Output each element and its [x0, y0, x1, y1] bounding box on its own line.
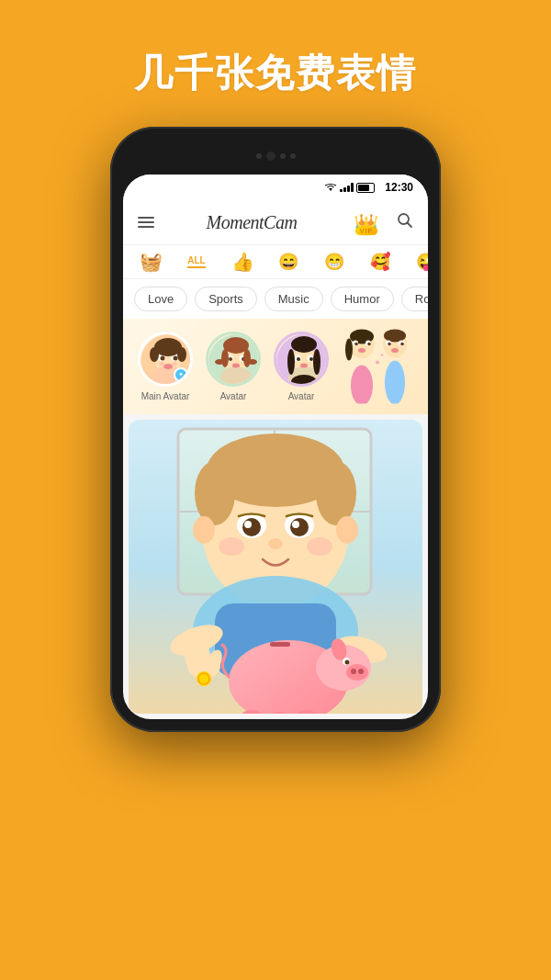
face-icon: 😄: [278, 253, 298, 270]
svg-point-58: [376, 361, 379, 365]
chip-music[interactable]: Music: [264, 287, 323, 311]
svg-point-74: [290, 518, 309, 536]
chip-sports[interactable]: Sports: [195, 287, 257, 311]
svg-point-51: [384, 330, 406, 343]
svg-point-39: [313, 349, 320, 375]
avatar-item-2[interactable]: Avatar: [206, 332, 261, 401]
battery-icon: [356, 183, 375, 193]
svg-point-34: [297, 357, 300, 361]
main-avatar-badge: ✦: [174, 367, 188, 382]
avatar-face-3: [276, 334, 329, 387]
avatar-label-main: Main Avatar: [141, 391, 190, 401]
couple-illustration[interactable]: [336, 326, 419, 408]
svg-point-75: [244, 521, 252, 528]
svg-point-38: [287, 349, 295, 375]
svg-point-28: [248, 359, 257, 365]
hamburger-line-1: [138, 217, 154, 219]
hamburger-line-2: [138, 221, 154, 223]
svg-point-77: [219, 537, 244, 556]
svg-point-93: [351, 669, 356, 674]
phone-wrapper: 12:30 MomentCam 👑 VIP: [0, 127, 551, 732]
content-card[interactable]: [129, 420, 422, 714]
tab-laugh[interactable]: 😁: [318, 253, 351, 270]
avatar-item-3[interactable]: Avatar: [274, 332, 329, 401]
svg-point-76: [292, 521, 299, 528]
svg-point-78: [307, 537, 332, 556]
camera-lens: [266, 152, 276, 161]
svg-point-49: [358, 348, 365, 353]
heart-icon: 🥰: [370, 253, 390, 270]
signal-icon: [340, 183, 354, 192]
app-header: MomentCam 👑 VIP: [123, 200, 428, 245]
svg-point-9: [174, 356, 178, 361]
tab-all[interactable]: ALL: [180, 255, 213, 268]
piggy-scene-svg: [129, 420, 422, 714]
phone-device: 12:30 MomentCam 👑 VIP: [110, 127, 441, 732]
hamburger-line-3: [138, 226, 154, 228]
svg-point-73: [242, 518, 261, 536]
svg-point-56: [400, 343, 404, 346]
svg-point-10: [163, 364, 173, 369]
avatar-circle-main: ✦: [138, 332, 193, 387]
svg-line-2: [407, 222, 411, 227]
svg-point-11: [159, 362, 164, 366]
status-time: 12:30: [385, 181, 413, 194]
svg-point-8: [161, 356, 165, 361]
svg-point-59: [381, 354, 384, 356]
chip-humor[interactable]: Humor: [331, 287, 394, 311]
laugh-icon: 😁: [324, 253, 344, 270]
avatar-item-main[interactable]: ✦ Main Avatar: [138, 332, 193, 401]
svg-point-48: [367, 343, 371, 346]
wifi-icon: [324, 183, 337, 192]
svg-point-12: [172, 362, 177, 366]
phone-screen: 12:30 MomentCam 👑 VIP: [123, 175, 428, 719]
svg-point-47: [354, 343, 358, 346]
chip-romance[interactable]: Rom...: [401, 287, 428, 311]
search-icon: [397, 212, 413, 229]
category-tabs: 🧺 ALL 👍 😄 😁 🥰: [123, 245, 428, 279]
svg-point-21: [229, 357, 232, 361]
basket-icon: 🧺: [140, 253, 163, 271]
svg-point-52: [385, 361, 405, 404]
svg-point-55: [388, 343, 391, 346]
svg-point-35: [309, 357, 313, 361]
status-icons: [324, 183, 375, 193]
svg-point-37: [291, 336, 317, 353]
tongue-icon: 😜: [416, 253, 428, 270]
search-button[interactable]: [397, 212, 413, 233]
hamburger-menu-button[interactable]: [138, 217, 154, 228]
status-bar: 12:30: [123, 175, 428, 200]
svg-point-70: [336, 516, 358, 544]
svg-point-68: [316, 461, 356, 525]
tab-like[interactable]: 👍: [226, 253, 259, 271]
svg-point-92: [346, 664, 368, 681]
all-tab-label: ALL: [187, 255, 205, 268]
avatar-circle-2: [206, 332, 261, 387]
svg-point-44: [351, 366, 373, 404]
battery-fill: [358, 185, 369, 191]
svg-point-67: [195, 461, 235, 525]
tab-face[interactable]: 😄: [272, 253, 305, 270]
avatar-label-3: Avatar: [288, 391, 315, 401]
like-icon: 👍: [231, 253, 254, 271]
vip-badge[interactable]: 👑 VIP: [349, 209, 384, 235]
camera-dot-3: [290, 153, 296, 159]
tab-basket[interactable]: 🧺: [134, 253, 167, 271]
app-logo: MomentCam: [207, 212, 298, 233]
tab-tongue[interactable]: 😜: [410, 253, 428, 270]
chip-love[interactable]: Love: [134, 287, 187, 311]
svg-point-94: [358, 669, 364, 674]
avatar-section: ✦ Main Avatar: [123, 319, 428, 414]
svg-marker-0: [329, 188, 332, 191]
app-background: 几千张免费表情: [0, 0, 551, 980]
svg-point-15: [177, 347, 186, 362]
avatar-circle-3: [274, 332, 329, 387]
svg-point-43: [345, 339, 353, 361]
svg-rect-98: [270, 642, 290, 647]
svg-point-36: [300, 364, 308, 368]
svg-point-26: [243, 349, 251, 367]
tab-heart[interactable]: 🥰: [364, 253, 397, 270]
couple-svg: [336, 326, 419, 404]
svg-point-14: [150, 347, 159, 362]
svg-point-57: [391, 348, 399, 353]
